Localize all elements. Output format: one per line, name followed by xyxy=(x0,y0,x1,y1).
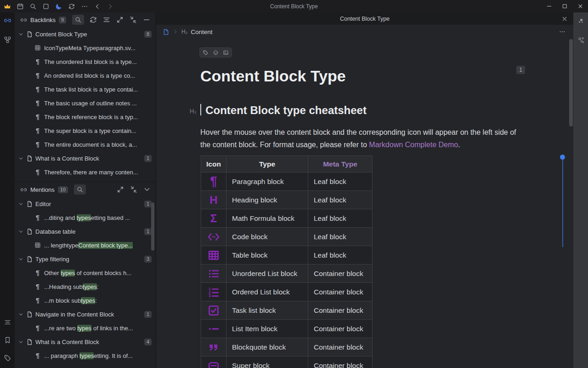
list-item-block-icon-cell[interactable] xyxy=(201,320,226,338)
contract-icon[interactable] xyxy=(129,16,137,24)
tree-block-item[interactable]: IconTypeMeta Typeparagraph.sv... xyxy=(15,41,156,55)
tree-doc-item[interactable]: What is a Content Block1 xyxy=(15,151,156,165)
table-cell-meta-type[interactable]: Leaf block xyxy=(308,172,373,191)
task-list-block-icon-cell[interactable] xyxy=(201,301,226,320)
table-cell-type[interactable]: Task list block xyxy=(226,301,308,320)
search-icon[interactable] xyxy=(72,15,84,25)
image-icon[interactable] xyxy=(223,50,229,56)
tree-block-item[interactable]: ¶The block reference block is a typ... xyxy=(15,110,156,124)
dock-bookmark-icon[interactable] xyxy=(4,336,11,344)
chevron-down-icon[interactable] xyxy=(18,229,24,235)
tree-block-item[interactable]: ¶Other types of content blocks h... xyxy=(15,266,156,280)
sync-icon[interactable] xyxy=(89,16,97,24)
tree-doc-item[interactable]: Content Block Type8 xyxy=(15,27,156,41)
paragraph-block[interactable]: Hover the mouse over the content block a… xyxy=(200,126,525,151)
table-cell-meta-type[interactable]: Leaf block xyxy=(308,228,373,246)
blockquote-block-icon-cell[interactable] xyxy=(201,338,226,356)
minus-icon[interactable] xyxy=(142,16,151,24)
table-cell-meta-type[interactable]: Container block xyxy=(308,320,373,338)
tree-block-item[interactable]: ¶The basic usage of outline notes ... xyxy=(15,96,156,110)
table-cell-type[interactable]: Table block xyxy=(226,246,308,264)
heading-block[interactable]: H₂ Content Block type cheatsheet xyxy=(200,104,367,117)
ref-count-badge[interactable]: 1 xyxy=(516,66,525,74)
chevron-left-icon[interactable] xyxy=(94,3,101,10)
dock-tag-icon[interactable] xyxy=(4,354,11,362)
table-cell-meta-type[interactable]: Container block xyxy=(308,264,373,283)
dock-global-graph-icon[interactable] xyxy=(577,36,585,44)
align-center-icon[interactable] xyxy=(102,16,111,24)
tag-icon[interactable] xyxy=(203,50,209,56)
dock-link-icon[interactable] xyxy=(4,17,11,24)
chevron-right-icon[interactable] xyxy=(107,3,114,10)
sidebar-scrollbar-thumb[interactable] xyxy=(151,202,154,251)
table-cell-type[interactable]: Ordered List block xyxy=(226,283,308,301)
editor-scrollbar-thumb[interactable] xyxy=(569,39,573,126)
table-cell-meta-type[interactable]: Leaf block xyxy=(308,209,373,228)
breadcrumb-item-content[interactable]: Content xyxy=(191,29,212,35)
table-cell-type[interactable]: Heading block xyxy=(226,191,308,209)
document-icon[interactable] xyxy=(163,29,170,35)
crown-icon[interactable] xyxy=(4,3,11,10)
ellipsis-icon[interactable] xyxy=(81,3,88,10)
paragraph-block-icon-cell[interactable]: ¶ xyxy=(201,172,226,191)
table-cell-type[interactable]: Paragraph block xyxy=(226,172,308,191)
math-block-icon-cell[interactable]: Σ xyxy=(201,209,226,228)
table-cell-meta-type[interactable]: Container block xyxy=(308,283,373,301)
tree-block-item[interactable]: ¶The entire document is a block, a... xyxy=(15,138,156,151)
table-cell-type[interactable]: Math Formula block xyxy=(226,209,308,228)
emoji-icon[interactable] xyxy=(213,50,219,56)
table-block-icon-cell[interactable] xyxy=(201,246,226,264)
table-cell-meta-type[interactable]: Container block xyxy=(308,338,373,356)
tree-block-item[interactable]: ¶...re are two types of links in the... xyxy=(15,321,156,335)
table-cell-type[interactable]: List Item block xyxy=(226,320,308,338)
search-icon[interactable] xyxy=(29,3,37,10)
table-cell-type[interactable]: Super block xyxy=(226,356,308,368)
chevron-down-icon[interactable] xyxy=(18,155,24,161)
tree-block-item[interactable]: ¶...Heading subtypes: xyxy=(15,280,156,293)
table-cell-type[interactable]: Blockquote block xyxy=(226,338,308,356)
tree-doc-item[interactable]: What is a Content Block4 xyxy=(15,335,156,349)
tree-block-item[interactable]: ¶... paragraph typesetting. It is of... xyxy=(15,349,156,362)
more-options-icon[interactable] xyxy=(559,28,566,35)
tree-block-item[interactable]: ¶The task list block is a type contai... xyxy=(15,82,156,96)
sync-icon[interactable] xyxy=(68,3,75,10)
code-block-icon-cell[interactable] xyxy=(201,228,226,246)
tree-doc-item[interactable]: Type filtering3 xyxy=(15,252,156,266)
tree-block-item[interactable]: ¶...m block subtypes: xyxy=(15,293,156,307)
chevron-down-icon[interactable] xyxy=(143,185,151,194)
tree-block-item[interactable]: ¶...diting and typesetting based ... xyxy=(15,211,156,224)
table-cell-meta-type[interactable]: Container block xyxy=(308,356,373,368)
tree-block-item[interactable]: ¶Therefore, there are many conten... xyxy=(15,165,156,179)
tab-content-block-type[interactable]: Content Block Type xyxy=(340,16,390,22)
table-cell-meta-type[interactable]: Leaf block xyxy=(308,246,373,264)
search-icon[interactable] xyxy=(74,184,86,195)
chevron-down-icon[interactable] xyxy=(18,339,24,345)
heading-block-icon-cell[interactable]: H xyxy=(201,191,226,209)
square-icon[interactable] xyxy=(42,3,50,10)
tree-block-item[interactable]: ¶An ordered list block is a type co... xyxy=(15,69,156,82)
dock-graph-icon[interactable] xyxy=(577,17,585,25)
calendar-icon[interactable] xyxy=(17,3,24,10)
tree-block-item[interactable]: ... lengthtypeContent block type... xyxy=(15,238,156,252)
tree-doc-item[interactable]: Navigate in the Content Block1 xyxy=(15,307,156,321)
markdown-demo-link[interactable]: Markdown Complete Demo xyxy=(369,141,458,149)
tree-block-item[interactable]: ¶The super block is a type contain... xyxy=(15,124,156,138)
close-button[interactable] xyxy=(572,0,588,12)
chevron-down-icon[interactable] xyxy=(18,31,24,37)
expand-icon[interactable] xyxy=(116,185,124,194)
unordered-list-block-icon-cell[interactable] xyxy=(201,264,226,283)
contract-icon[interactable] xyxy=(130,185,138,194)
chevron-down-icon[interactable] xyxy=(18,201,24,207)
table-cell-meta-type[interactable]: Leaf block xyxy=(308,191,373,209)
document-title[interactable]: Content Block Type 1 xyxy=(200,67,533,85)
super-block-block-icon-cell[interactable] xyxy=(201,356,226,368)
tree-block-item[interactable]: ¶The unordered list block is a type... xyxy=(15,55,156,69)
minimize-button[interactable] xyxy=(541,0,557,12)
dock-outline-icon[interactable] xyxy=(4,318,11,326)
expand-icon[interactable] xyxy=(116,16,124,24)
dock-graph-branch-icon[interactable] xyxy=(4,36,11,44)
editor[interactable]: Content Block Type 1 H₂ Content Block ty… xyxy=(156,39,573,368)
tree-doc-item[interactable]: Editor1 xyxy=(15,197,156,211)
table-cell-type[interactable]: Unordered List block xyxy=(226,264,308,283)
chevron-down-icon[interactable] xyxy=(18,256,24,262)
